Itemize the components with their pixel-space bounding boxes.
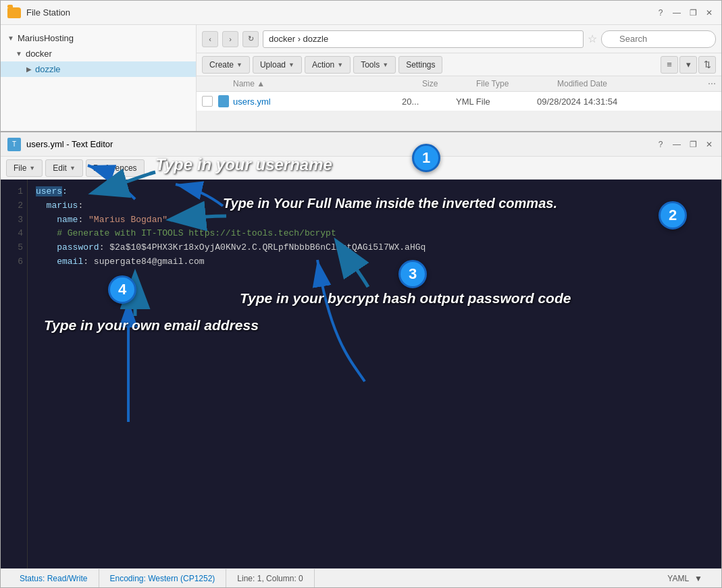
action-label: Action bbox=[312, 60, 334, 70]
editor-minimize-btn[interactable]: — bbox=[671, 139, 682, 150]
upload-label: Upload bbox=[260, 60, 286, 70]
editor-title-left: T users.yml - Text Editor bbox=[7, 138, 113, 151]
editor-help-btn[interactable]: ? bbox=[655, 139, 666, 150]
fs-body: ▼ MariusHosting ▼ docker ▶ dozzle ‹ › ↻ … bbox=[1, 25, 721, 131]
file-date: 09/28/2024 14:31:54 bbox=[537, 97, 716, 107]
tools-label: Tools bbox=[361, 60, 380, 70]
tools-dropdown-arrow: ▼ bbox=[382, 61, 388, 68]
sidebar-item-dozzle[interactable]: ▶ dozzle bbox=[1, 61, 196, 77]
file-menu-label: File bbox=[14, 163, 26, 173]
settings-btn[interactable]: Settings bbox=[398, 56, 442, 74]
create-label: Create bbox=[209, 60, 234, 70]
badge-1: 1 bbox=[412, 144, 440, 172]
editor-title-bar: T users.yml - Text Editor ? — ❐ ✕ bbox=[1, 132, 721, 157]
tools-btn[interactable]: Tools ▼ bbox=[353, 56, 396, 74]
badge-2: 2 bbox=[659, 201, 687, 230]
status-line-col: Line: 1, Column: 0 bbox=[226, 569, 314, 587]
sidebar: ▼ MariusHosting ▼ docker ▶ dozzle bbox=[1, 25, 197, 131]
upload-dropdown-arrow: ▼ bbox=[288, 61, 294, 68]
sidebar-item-docker[interactable]: ▼ docker bbox=[1, 46, 196, 61]
fs-close-btn[interactable]: ✕ bbox=[704, 7, 715, 18]
editor-icon: T bbox=[7, 138, 21, 151]
text-editor-window: T users.yml - Text Editor ? — ❐ ✕ File ▼… bbox=[0, 132, 722, 588]
fs-help-btn[interactable]: ? bbox=[655, 7, 666, 18]
file-checkbox[interactable] bbox=[202, 96, 213, 107]
editor-toolbar: File ▼ Edit ▼ Preferences bbox=[1, 157, 721, 180]
forward-btn[interactable]: › bbox=[222, 31, 238, 47]
file-size: 20... bbox=[402, 97, 456, 107]
sidebar-docker-label: docker bbox=[26, 49, 52, 59]
dozzle-arrow: ▶ bbox=[26, 65, 32, 73]
fs-minimize-btn[interactable]: — bbox=[671, 7, 682, 18]
search-input[interactable] bbox=[601, 30, 716, 48]
action-dropdown-arrow: ▼ bbox=[337, 61, 343, 68]
fs-maximize-btn[interactable]: ❐ bbox=[688, 7, 698, 18]
file-menu-btn[interactable]: File ▼ bbox=[6, 159, 43, 177]
search-wrapper: 🔍 bbox=[601, 30, 716, 48]
editor-title: users.yml - Text Editor bbox=[26, 139, 113, 149]
header-date: Modified Date bbox=[557, 79, 702, 88]
editor-maximize-btn[interactable]: ❐ bbox=[688, 139, 698, 150]
settings-label: Settings bbox=[406, 60, 435, 70]
fs-window-controls: ? — ❐ ✕ bbox=[655, 7, 715, 18]
action-toolbar: Create ▼ Upload ▼ Action ▼ Tools ▼ Setti… bbox=[197, 53, 721, 76]
list-view-btn[interactable]: ≡ bbox=[661, 56, 678, 74]
upload-btn[interactable]: Upload ▼ bbox=[253, 56, 302, 74]
lang-dropdown-arrow[interactable]: ▼ bbox=[694, 574, 702, 583]
status-bar: Status: Read/Write Encoding: Western (CP… bbox=[1, 568, 721, 587]
docker-arrow: ▼ bbox=[16, 50, 22, 57]
status-language: YAML ▼ bbox=[656, 569, 713, 587]
file-list-header: Name ▲ Size File Type Modified Date ⋯ bbox=[197, 76, 721, 92]
folder-icon bbox=[7, 7, 21, 18]
code-area[interactable]: users: marius: name: "Marius Bogdan" # G… bbox=[28, 180, 721, 568]
header-type: File Type bbox=[476, 79, 557, 88]
edit-dropdown-arrow: ▼ bbox=[70, 165, 76, 171]
create-dropdown-arrow: ▼ bbox=[236, 61, 242, 68]
view-btns: ≡ ▾ ⇅ bbox=[661, 56, 716, 74]
status-encoding: Encoding: Western (CP1252) bbox=[99, 569, 227, 587]
preferences-btn[interactable]: Preferences bbox=[86, 159, 145, 177]
file-station-window: File Station ? — ❐ ✕ ▼ MariusHosting ▼ d… bbox=[0, 0, 722, 132]
file-name[interactable]: users.yml bbox=[233, 97, 402, 107]
line-numbers: 123456 bbox=[1, 180, 28, 568]
view-dropdown-btn[interactable]: ▾ bbox=[679, 56, 697, 74]
edit-menu-label: Edit bbox=[53, 163, 67, 173]
sort-btn[interactable]: ⇅ bbox=[698, 56, 716, 74]
sidebar-root-label: MariusHosting bbox=[18, 33, 74, 43]
file-station-title: File Station bbox=[26, 7, 70, 18]
header-name: Name ▲ bbox=[233, 79, 422, 88]
status-rw: Status: Read/Write bbox=[9, 569, 99, 587]
header-size: Size bbox=[422, 79, 476, 88]
create-btn[interactable]: Create ▼ bbox=[202, 56, 250, 74]
status-lang-text: YAML bbox=[667, 574, 689, 583]
status-line-col-text: Line: 1, Column: 0 bbox=[237, 574, 303, 583]
header-more: ⋯ bbox=[702, 79, 716, 88]
action-btn[interactable]: Action ▼ bbox=[305, 56, 351, 74]
sidebar-item-mariushosting[interactable]: ▼ MariusHosting bbox=[1, 30, 196, 46]
editor-content: 123456 users: marius: name: "Marius Bogd… bbox=[1, 180, 721, 568]
main-area: ‹ › ↻ docker › dozzle ☆ 🔍 Create ▼ bbox=[197, 25, 721, 131]
preferences-label: Preferences bbox=[93, 163, 137, 173]
badge-3: 3 bbox=[398, 260, 427, 288]
sidebar-dozzle-label: dozzle bbox=[35, 64, 61, 74]
status-rw-text: Status: Read/Write bbox=[20, 574, 88, 583]
edit-menu-btn[interactable]: Edit ▼ bbox=[45, 159, 83, 177]
address-text: docker › dozzle bbox=[269, 34, 328, 44]
table-row[interactable]: users.yml 20... YML File 09/28/2024 14:3… bbox=[197, 92, 721, 111]
file-type: YML File bbox=[456, 97, 537, 107]
file-station-title-bar: File Station ? — ❐ ✕ bbox=[1, 1, 721, 25]
back-btn[interactable]: ‹ bbox=[202, 31, 218, 47]
title-bar-left: File Station bbox=[7, 7, 70, 18]
refresh-btn[interactable]: ↻ bbox=[242, 31, 259, 47]
address-bar[interactable]: docker › dozzle bbox=[263, 30, 584, 48]
editor-close-btn[interactable]: ✕ bbox=[704, 139, 715, 150]
nav-toolbar: ‹ › ↻ docker › dozzle ☆ 🔍 bbox=[197, 25, 721, 53]
badge-4: 4 bbox=[108, 275, 136, 304]
status-enc-text: Encoding: Western (CP1252) bbox=[110, 574, 215, 583]
yml-icon bbox=[218, 95, 229, 107]
file-dropdown-arrow: ▼ bbox=[29, 165, 35, 171]
collapse-arrow: ▼ bbox=[7, 34, 14, 42]
bookmark-btn[interactable]: ☆ bbox=[588, 32, 597, 45]
editor-window-controls: ? — ❐ ✕ bbox=[655, 139, 715, 150]
